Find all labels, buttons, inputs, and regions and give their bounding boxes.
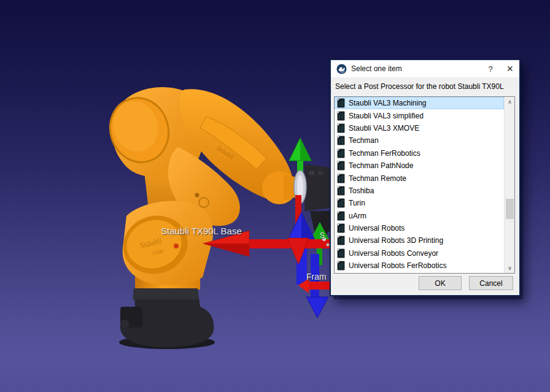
post-processor-file-icon	[337, 248, 345, 258]
scroll-up-icon[interactable]: ∧	[505, 97, 515, 107]
list-item[interactable]: Universal Robots	[335, 222, 504, 234]
list-item-label: Turin	[349, 199, 365, 207]
cancel-button[interactable]: Cancel	[469, 276, 513, 290]
post-processor-file-icon	[337, 98, 345, 108]
list-item-label: Staubli VAL3 XMOVE	[349, 124, 419, 133]
post-processor-file-icon	[337, 223, 345, 233]
list-item-label: Universal Robots	[349, 224, 405, 233]
dialog-title: Select one item	[351, 64, 482, 73]
post-processor-file-icon	[337, 174, 345, 183]
list-item[interactable]: Universal Robots 3D Printing	[335, 234, 504, 247]
post-processor-file-icon	[337, 148, 345, 158]
ok-button[interactable]: OK	[419, 276, 462, 290]
dialog-footer: OK Cancel	[331, 276, 519, 290]
list-item-label: Universal Robots Conveyor	[349, 249, 438, 258]
close-button[interactable]: ×	[498, 64, 513, 74]
post-processor-file-icon	[337, 136, 345, 145]
list-items: Staubli VAL3 Machining Staubli VAL3 simp…	[335, 97, 504, 273]
select-one-item-dialog: Select one item ? × Select a Post Proces…	[330, 60, 520, 296]
robodk-logo-icon	[336, 64, 347, 74]
list-item[interactable]: Techman Remote	[335, 172, 504, 184]
post-processor-file-icon	[337, 161, 345, 171]
list-item-label: Techman PathNode	[349, 161, 413, 170]
list-item[interactable]: Universal Robots Conveyor	[335, 247, 504, 259]
list-item[interactable]: Staubli VAL3 Machining	[335, 97, 504, 109]
post-processor-file-icon	[337, 123, 345, 133]
post-processor-listbox[interactable]: Staubli VAL3 Machining Staubli VAL3 simp…	[334, 96, 515, 274]
post-processor-file-icon	[337, 211, 345, 221]
list-item[interactable]: Universal Robots FerRobotics	[335, 259, 504, 272]
list-item[interactable]: Staubli VAL3 simplified	[335, 109, 504, 121]
list-item-label: Universal Robots FerRobotics	[349, 261, 446, 270]
list-item[interactable]: Techman	[335, 134, 504, 147]
list-scrollbar[interactable]: ∧ ∨	[504, 97, 514, 273]
scroll-down-icon[interactable]: ∨	[505, 263, 515, 273]
scrollbar-thumb[interactable]	[506, 199, 514, 219]
post-processor-file-icon	[337, 198, 345, 208]
post-processor-file-icon	[337, 236, 345, 245]
list-item-label: Staubli VAL3 Machining	[349, 99, 427, 107]
list-item-label: Universal Robots 3D Printing	[349, 236, 443, 245]
list-item-label: Staubli VAL3 simplified	[349, 112, 424, 120]
list-item[interactable]: Toshiba	[335, 185, 504, 197]
list-item-label: Techman	[349, 136, 379, 145]
robot-base	[119, 288, 215, 349]
list-item[interactable]: Staubli VAL3 XMOVE	[335, 122, 504, 134]
list-item[interactable]: Techman PathNode	[335, 159, 504, 172]
list-item[interactable]: uArm	[335, 210, 504, 222]
list-item-label: Techman Remote	[349, 174, 406, 183]
post-processor-file-icon	[337, 186, 345, 196]
dialog-prompt: Select a Post Processor for the robot St…	[335, 82, 504, 91]
post-processor-file-icon	[337, 111, 345, 121]
post-processor-file-icon	[337, 261, 345, 271]
list-item-label: uArm	[349, 212, 366, 220]
list-item[interactable]: Techman FerRobotics	[335, 147, 504, 159]
robodk-window: Stäubli	[0, 0, 550, 392]
help-button[interactable]: ?	[482, 64, 498, 74]
list-item-label: Techman FerRobotics	[349, 149, 420, 158]
list-item[interactable]: Turin	[335, 197, 504, 209]
list-item-label: Toshiba	[349, 186, 374, 195]
dialog-title-bar[interactable]: Select one item ? ×	[331, 60, 519, 77]
